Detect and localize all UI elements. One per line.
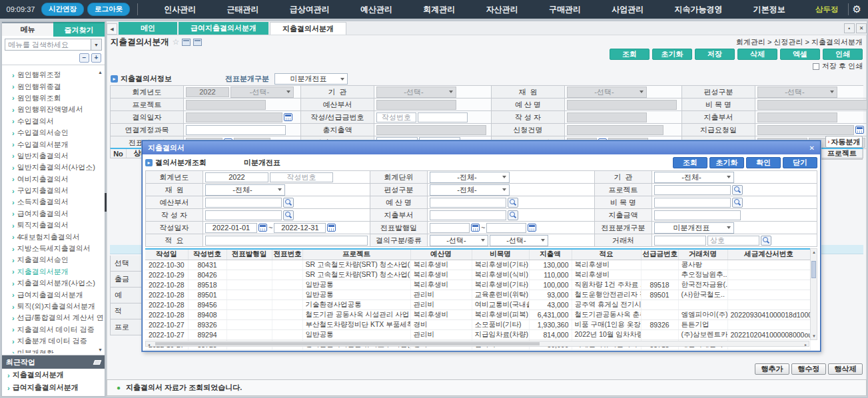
calendar-icon[interactable]	[855, 126, 864, 134]
menu-tree-item[interactable]: 수입결의서승인	[2, 127, 105, 138]
table-row[interactable]: 2022-10-2889456 기술환경사업공통관리비 여비교통비(국내출장)4…	[145, 299, 810, 309]
scroll-right-icon[interactable]	[805, 342, 807, 347]
m-budget-name-field[interactable]	[430, 198, 506, 208]
m-budget-dept-field[interactable]	[205, 198, 282, 208]
menu-tree-item[interactable]: 구입지출결의서	[2, 185, 105, 196]
fiscal-year-select[interactable]: -선택-	[230, 87, 294, 98]
toolbar-button[interactable]: 초기화	[652, 49, 692, 60]
toolbar-button[interactable]: 인쇄	[823, 49, 863, 60]
global-nav-item[interactable]: 구매관리	[549, 4, 581, 15]
collapse-all-button[interactable]: −	[79, 53, 89, 63]
budget-dept-field[interactable]	[376, 100, 456, 110]
menu-tree-item[interactable]: 일반지출결의서	[2, 150, 105, 162]
menu-tree-item[interactable]: 급여지출결의서	[2, 208, 105, 220]
expand-all-button[interactable]: +	[91, 53, 101, 63]
scroll-down-icon[interactable]	[812, 334, 816, 338]
tab-list-icon[interactable]: ▪	[844, 23, 855, 33]
pay-request-date-field[interactable]	[757, 125, 854, 135]
write-no-field[interactable]: 작성번호	[376, 112, 416, 122]
recent-item[interactable]: 급여지출결의서분개	[2, 381, 105, 394]
m-remark-field[interactable]	[205, 236, 368, 246]
menu-tree-item[interactable]: 지출결의서분개	[2, 266, 105, 278]
menu-tree-item[interactable]: 수입결의서분개	[2, 138, 105, 150]
menu-tree-item[interactable]: 원인행위조회	[2, 93, 105, 104]
user-name[interactable]: 삼두정	[815, 5, 839, 15]
request-title-field[interactable]	[567, 125, 663, 135]
menu-tree-item[interactable]: 원인행위조정	[2, 69, 105, 81]
menu-tree-item[interactable]: 미분개현황	[2, 347, 105, 353]
toolbar-button[interactable]: 엑셀	[780, 49, 820, 60]
search-dropdown-icon[interactable]	[91, 39, 102, 51]
budget-name-field[interactable]	[567, 100, 677, 110]
logout-button[interactable]: 로그아웃	[87, 3, 130, 16]
new-window-icon[interactable]	[182, 39, 191, 46]
table-row[interactable]: 2022-10-2889501 일반공통관리비 교육훈련비(위탁)93,000 …	[145, 290, 810, 299]
tab-scroll-left-icon[interactable]	[107, 23, 117, 35]
favorite-star-icon[interactable]	[173, 37, 180, 47]
table-header-cell[interactable]: 비목명	[472, 249, 529, 260]
m-fund-select[interactable]: -전체-	[205, 184, 285, 196]
sidebar-tab-menu[interactable]: 메뉴	[2, 22, 53, 37]
tab-close-icon[interactable]	[856, 23, 867, 33]
m-writer-field[interactable]	[205, 210, 282, 220]
menu-tree-item[interactable]: 퇴직지출결의서	[2, 220, 105, 231]
toolbar-button[interactable]: 조회	[610, 49, 650, 60]
m-decision-kind-select[interactable]: -선택-	[490, 235, 548, 246]
row-action-button[interactable]: 행추가	[755, 363, 789, 375]
menu-tree-item[interactable]: 선급/통합결의서 계산서 연	[2, 312, 105, 323]
m-agency-select[interactable]: -전체-	[654, 172, 734, 183]
extend-session-button[interactable]: 시간연장	[41, 3, 84, 16]
m-date-to-field[interactable]: 2022-12-31	[274, 223, 326, 233]
m-vendor-name-field[interactable]: 상호	[707, 236, 759, 246]
menu-tree-item[interactable]: 4대보험지출결의서	[2, 231, 105, 242]
modal-action-button[interactable]: 조회	[673, 157, 707, 168]
table-header-cell[interactable]: 작성일	[145, 249, 188, 260]
recent-item[interactable]: 지출결의서분개	[2, 369, 105, 381]
table-row[interactable]: 2022-10-2980426 SR 고속철도차량(SRT) 청소사업(수도권)…	[145, 270, 810, 280]
spend-dept-field[interactable]	[757, 112, 837, 122]
modal-title-bar[interactable]: 지출결의서	[143, 141, 820, 154]
table-header-cell[interactable]: 적요	[572, 249, 641, 260]
table-row[interactable]: 2022-10-2789326 부산철도차량정비단 KTX 부품세척 사업경비 …	[145, 319, 810, 329]
agency-select[interactable]: -선택-	[376, 87, 456, 98]
m-decision-class-select[interactable]: -선택-	[430, 235, 488, 246]
scrollbar-thumb[interactable]	[155, 342, 540, 345]
search-icon[interactable]	[283, 210, 294, 220]
search-icon[interactable]	[732, 198, 743, 208]
menu-tree-item[interactable]: 지방소득세지출결의서	[2, 243, 105, 254]
scroll-up-icon[interactable]	[812, 250, 816, 254]
linked-account-field[interactable]	[186, 125, 286, 135]
scroll-up-icon[interactable]	[98, 70, 103, 75]
item-name-field[interactable]	[757, 100, 867, 110]
advance-no-field[interactable]	[418, 112, 468, 122]
decision-date-field[interactable]	[186, 112, 282, 122]
table-header-cell[interactable]: 거래처명	[678, 249, 727, 260]
calendar-icon[interactable]	[284, 113, 292, 121]
menu-tree-item[interactable]: 원인행위종결	[2, 81, 105, 92]
global-nav-item[interactable]: 회계관리	[423, 4, 455, 15]
m-vendor-code-field[interactable]	[654, 236, 706, 246]
modal-action-button[interactable]: 닫기	[783, 157, 817, 168]
global-nav-item[interactable]: 급상여관리	[290, 4, 330, 15]
table-header-cell[interactable]: 프로젝트	[302, 249, 410, 260]
auto-posting-button[interactable]: ›자동분개	[825, 136, 863, 148]
menu-tree-item[interactable]: 지출결의서분개(사업소)	[2, 278, 105, 289]
budget-class-select[interactable]: -선택-	[757, 87, 837, 98]
m-spend-dept-field[interactable]	[430, 210, 506, 220]
menu-tree-item[interactable]: 급여지출결의서분개	[2, 289, 105, 300]
scroll-left-icon[interactable]	[148, 342, 150, 347]
search-icon[interactable]	[508, 210, 518, 220]
screen-capture-icon[interactable]	[193, 39, 202, 46]
global-nav-item[interactable]: 기본정보	[753, 4, 785, 15]
table-row[interactable]: 2022-10-2889408 철도기관 공동사옥 시설관리 사업복리후생비 복…	[145, 309, 810, 319]
save-print-checkbox[interactable]	[813, 63, 819, 70]
m-date-from-field[interactable]: 2022-01-01	[205, 223, 257, 233]
scroll-down-icon[interactable]	[98, 347, 103, 352]
menu-tree-item[interactable]: 일반지출결의서(사업소)	[2, 162, 105, 173]
m-budget-class-select[interactable]: -전체-	[430, 184, 510, 196]
scrollbar-thumb[interactable]	[811, 261, 816, 278]
menu-tree-item[interactable]: 퇴직(외)지출결의서분개	[2, 301, 105, 312]
m-voucher-from-field[interactable]	[430, 223, 470, 233]
doc-tab[interactable]: 급여지출결의서분개	[179, 22, 268, 35]
table-row[interactable]: 2022-10-3080431 SR 고속철도차량(SRT) 청소사업(수도권)…	[145, 260, 810, 270]
